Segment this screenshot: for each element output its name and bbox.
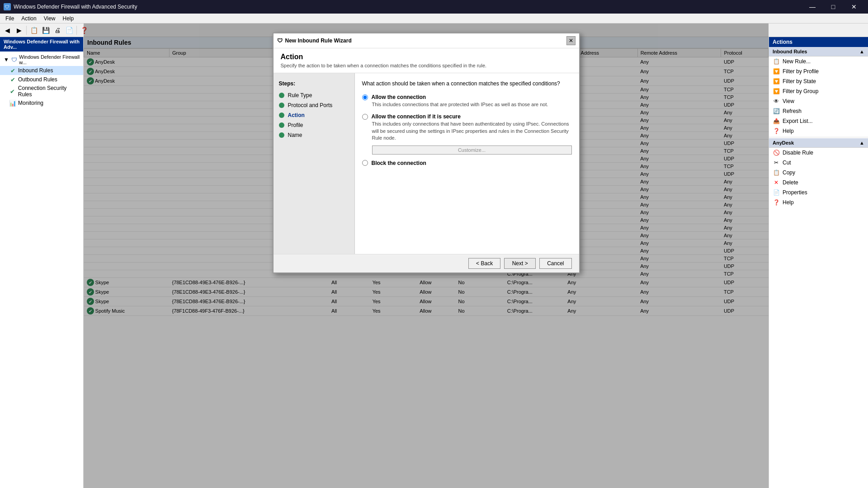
filter-profile-icon: 🔽	[773, 68, 780, 75]
action-filter-state[interactable]: 🔽 Filter by State	[769, 76, 868, 86]
action-view[interactable]: 👁 View	[769, 96, 868, 106]
section-header-inbound: Inbound Rules ▲	[769, 47, 868, 56]
radio-row-secure: Allow the connection if it is secure	[362, 113, 572, 120]
copy-icon: 📋	[773, 169, 780, 176]
sidebar-item-monitoring[interactable]: 📊 Monitoring	[0, 99, 83, 108]
action-new-rule-label: New Rule...	[783, 58, 811, 65]
section-expand-icon: ▲	[859, 49, 864, 54]
help-inbound-icon: ❓	[773, 127, 780, 135]
step-name: Name	[274, 130, 354, 140]
wizard-header-title: Action	[281, 53, 572, 61]
toolbar-sep-2	[76, 26, 77, 35]
maximize-button[interactable]: □	[823, 0, 844, 14]
radio-allow-desc: This includes connections that are prote…	[362, 101, 572, 108]
close-button[interactable]: ✕	[844, 0, 864, 14]
radio-option-block: Block the connection	[362, 160, 572, 166]
next-button[interactable]: Next >	[504, 258, 536, 269]
action-refresh[interactable]: 🔄 Refresh	[769, 106, 868, 116]
filter-group-icon: 🔽	[773, 88, 780, 95]
radio-group: Allow the connection This includes conne…	[362, 94, 572, 166]
properties-icon: 📄	[773, 189, 780, 196]
wizard-question: What action should be taken when a conne…	[362, 80, 572, 87]
sidebar-item-inbound-rules[interactable]: ✔ Inbound Rules	[0, 66, 83, 75]
sidebar-item-root[interactable]: ▼ 🛡 Windows Defender Firewall w...	[0, 53, 83, 66]
inbound-icon: ✔	[9, 67, 16, 74]
action-help-anydesk-label: Help	[783, 199, 794, 206]
action-filter-group[interactable]: 🔽 Filter by Group	[769, 86, 868, 96]
step-dot-3	[279, 113, 284, 118]
actions-panel: Actions Inbound Rules ▲ 📋 New Rule... 🔽 …	[769, 37, 868, 488]
action-export-label: Export List...	[783, 118, 813, 124]
wizard-icon: 🛡	[277, 38, 283, 44]
action-filter-profile[interactable]: 🔽 Filter by Profile	[769, 66, 868, 76]
step-dot-5	[279, 132, 284, 138]
customize-button[interactable]: Customize...	[372, 145, 572, 155]
radio-allow-secure[interactable]	[362, 114, 368, 120]
action-copy[interactable]: 📋 Copy	[769, 168, 868, 178]
minimize-button[interactable]: —	[802, 0, 823, 14]
action-delete[interactable]: ✕ Delete	[769, 178, 868, 188]
help-anydesk-icon: ❓	[773, 199, 780, 206]
action-view-label: View	[783, 98, 794, 104]
sidebar-connection-label: Connection Security Rules	[18, 85, 81, 98]
toolbar-show-hide[interactable]: 📋	[28, 25, 39, 36]
step-rule-type: Rule Type	[274, 90, 354, 100]
toolbar-print[interactable]: 🖨	[52, 25, 63, 36]
toolbar-back[interactable]: ◀	[2, 25, 13, 36]
toolbar-properties[interactable]: 📄	[64, 25, 75, 36]
action-separator	[769, 137, 868, 137]
action-new-rule[interactable]: 📋 New Rule...	[769, 56, 868, 66]
wizard-close-button[interactable]: ✕	[566, 36, 576, 45]
action-export-list[interactable]: 📤 Export List...	[769, 116, 868, 126]
action-help-anydesk[interactable]: ❓ Help	[769, 197, 868, 207]
sidebar-outbound-label: Outbound Rules	[18, 76, 57, 83]
wizard-header-desc: Specify the action to be taken when a co…	[281, 63, 572, 68]
back-button[interactable]: < Back	[468, 258, 500, 269]
action-cut-label: Cut	[783, 160, 791, 166]
action-copy-label: Copy	[783, 169, 795, 176]
menu-bar: File Action View Help	[0, 14, 868, 23]
sidebar: Windows Defender Firewall with Adv... ▼ …	[0, 37, 84, 488]
radio-option-allow: Allow the connection This includes conne…	[362, 94, 572, 108]
step-action: Action	[274, 110, 354, 120]
radio-block[interactable]	[362, 160, 368, 166]
title-bar: 🛡 Windows Defender Firewall with Advance…	[0, 0, 868, 14]
action-delete-label: Delete	[783, 179, 798, 186]
menu-view[interactable]: View	[40, 14, 59, 23]
toolbar-save[interactable]: 💾	[40, 25, 51, 36]
menu-action[interactable]: Action	[18, 14, 40, 23]
radio-allow-label[interactable]: Allow the connection	[372, 94, 426, 100]
action-disable-rule[interactable]: 🚫 Disable Rule	[769, 148, 868, 158]
radio-block-label[interactable]: Block the connection	[372, 160, 426, 166]
step-label-2: Protocol and Ports	[288, 102, 333, 108]
action-refresh-label: Refresh	[783, 108, 802, 114]
radio-secure-label[interactable]: Allow the connection if it is secure	[372, 113, 461, 120]
app-icon: 🛡	[4, 3, 11, 10]
menu-file[interactable]: File	[2, 14, 18, 23]
sidebar-root-text: Windows Defender Firewall w...	[19, 54, 81, 65]
step-dot-4	[279, 122, 284, 128]
sidebar-item-outbound-rules[interactable]: ✔ Outbound Rules	[0, 75, 83, 84]
menu-help[interactable]: Help	[59, 14, 78, 23]
action-help-inbound[interactable]: ❓ Help	[769, 126, 868, 136]
wizard-body: Steps: Rule Type Protocol and Ports Acti…	[274, 73, 579, 254]
action-filter-group-label: Filter by Group	[783, 88, 818, 94]
action-filter-profile-label: Filter by Profile	[783, 68, 819, 75]
connection-icon: ✔	[9, 88, 16, 95]
wizard-titlebar: 🛡 New Inbound Rule Wizard ✕	[274, 33, 579, 48]
sidebar-item-connection-security[interactable]: ✔ Connection Security Rules	[0, 84, 83, 99]
step-label-3: Action	[288, 112, 305, 118]
sidebar-tree: ▼ 🛡 Windows Defender Firewall w... ✔ Inb…	[0, 52, 83, 109]
sidebar-root-label: Windows Defender Firewall with Adv...	[4, 39, 80, 50]
radio-allow[interactable]	[362, 94, 368, 100]
action-properties[interactable]: 📄 Properties	[769, 188, 868, 197]
step-dot-2	[279, 103, 284, 108]
section-anydesk-label: AnyDesk	[773, 140, 794, 145]
view-icon: 👁	[773, 98, 780, 105]
toolbar-forward[interactable]: ▶	[14, 25, 24, 36]
filter-state-icon: 🔽	[773, 78, 780, 85]
wizard-dialog: 🛡 New Inbound Rule Wizard ✕ Action Speci…	[273, 33, 580, 273]
action-cut[interactable]: ✂ Cut	[769, 158, 868, 168]
new-rule-icon: 📋	[773, 58, 780, 65]
cancel-button[interactable]: Cancel	[539, 258, 571, 269]
